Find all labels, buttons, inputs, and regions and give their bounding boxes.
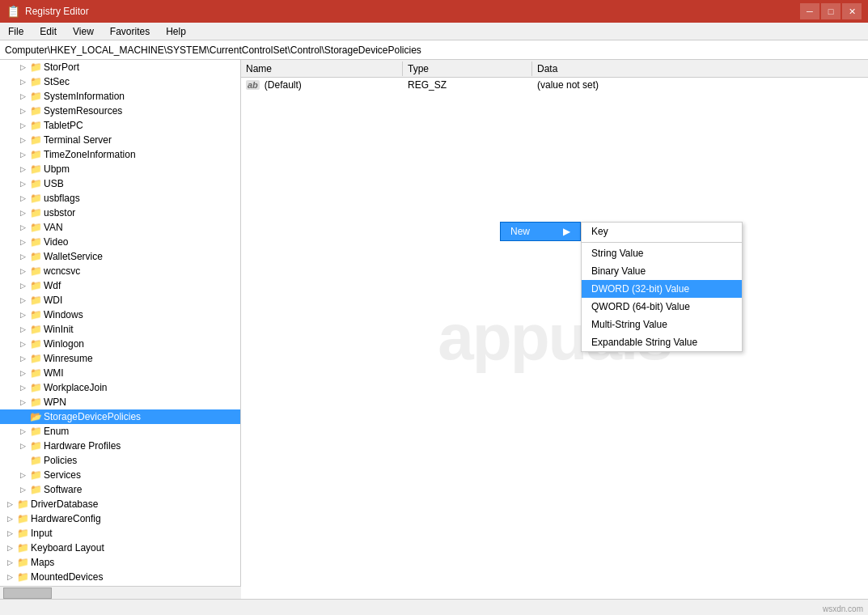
tree-item-storport[interactable]: ▷ 📁 StorPort xyxy=(0,60,240,74)
submenu-item-qword[interactable]: QWORD (64-bit) Value xyxy=(582,298,742,316)
tree-label: USB xyxy=(44,178,64,189)
submenu-item-label: QWORD (64-bit) Value xyxy=(591,301,690,312)
menu-help[interactable]: Help xyxy=(158,23,194,40)
tree-content[interactable]: ▷ 📁 StorPort ▷ 📁 StSec ▷ 📁 SystemInforma… xyxy=(0,60,240,615)
tree-item-mounteddevices[interactable]: ▷ 📁 MountedDevices xyxy=(0,570,240,584)
expand-icon xyxy=(16,454,29,467)
submenu-item-label: Expandable String Value xyxy=(591,337,697,348)
tree-item-systemresources[interactable]: ▷ 📁 SystemResources xyxy=(0,104,240,118)
expand-icon: ▷ xyxy=(16,308,29,321)
submenu-item-string-value[interactable]: String Value xyxy=(582,244,742,262)
submenu-item-key[interactable]: Key xyxy=(582,223,742,240)
folder-icon: 📁 xyxy=(29,221,42,234)
expand-icon: ▷ xyxy=(16,323,29,336)
tree-item-driverdatabase[interactable]: ▷ 📁 DriverDatabase xyxy=(0,497,240,511)
submenu-arrow: ▶ xyxy=(563,226,570,237)
expand-icon: ▷ xyxy=(16,61,29,74)
tree-item-winresume[interactable]: ▷ 📁 Winresume xyxy=(0,351,240,366)
folder-icon: 📁 xyxy=(29,163,42,176)
tree-item-wdf[interactable]: ▷ 📁 Wdf xyxy=(0,278,240,293)
table-header: Name Type Data xyxy=(241,60,868,78)
menu-file[interactable]: File xyxy=(0,23,32,40)
submenu-item-label: Binary Value xyxy=(591,265,646,277)
expand-icon: ▷ xyxy=(16,396,29,409)
expand-icon xyxy=(16,410,29,423)
window-title: Registry Editor xyxy=(25,6,89,17)
cell-type: REG_SZ xyxy=(403,78,532,92)
reg-type-icon: ab xyxy=(246,80,260,90)
tree-item-usbstor[interactable]: ▷ 📁 usbstor xyxy=(0,206,240,220)
tree-item-enum[interactable]: ▷ 📁 Enum xyxy=(0,424,240,439)
tree-item-winlogon[interactable]: ▷ 📁 Winlogon xyxy=(0,337,240,351)
folder-icon: 📁 xyxy=(16,512,29,525)
submenu-item-expandable-string[interactable]: Expandable String Value xyxy=(582,333,742,351)
tree-item-windows[interactable]: ▷ 📁 Windows xyxy=(0,308,240,322)
maximize-button[interactable]: □ xyxy=(821,3,840,19)
menu-edit[interactable]: Edit xyxy=(32,23,65,40)
tree-item-stsec[interactable]: ▷ 📁 StSec xyxy=(0,74,240,89)
tree-item-van[interactable]: ▷ 📁 VAN xyxy=(0,220,240,235)
folder-icon: 📁 xyxy=(29,396,42,409)
tree-item-timezone[interactable]: ▷ 📁 TimeZoneInformation xyxy=(0,147,240,162)
new-menu-item[interactable]: New ▶ xyxy=(500,222,581,241)
tree-label: Terminal Server xyxy=(44,134,112,146)
tree-item-keyboard-layout[interactable]: ▷ 📁 Keyboard Layout xyxy=(0,541,240,555)
tree-item-walletservice[interactable]: ▷ 📁 WalletService xyxy=(0,249,240,264)
tree-item-services[interactable]: ▷ 📁 Services xyxy=(0,468,240,482)
cell-data: (value not set) xyxy=(532,78,868,92)
tree-item-video[interactable]: ▷ 📁 Video xyxy=(0,235,240,249)
folder-icon: 📁 xyxy=(16,527,29,540)
folder-icon: 📁 xyxy=(29,454,42,467)
submenu-item-dword[interactable]: DWORD (32-bit) Value xyxy=(582,280,742,298)
submenu-item-multi-string[interactable]: Multi-String Value xyxy=(582,316,742,333)
submenu-item-binary-value[interactable]: Binary Value xyxy=(582,262,742,280)
tree-label: Maps xyxy=(31,557,54,568)
folder-icon: 📁 xyxy=(29,323,42,336)
new-submenu: Key String Value Binary Value DWORD (32-… xyxy=(581,222,743,352)
minimize-button[interactable]: ─ xyxy=(800,3,819,19)
tree-item-usb[interactable]: ▷ 📁 USB xyxy=(0,176,240,191)
expand-icon: ▷ xyxy=(16,177,29,190)
tree-label: wcncsvc xyxy=(44,265,80,277)
tree-item-tabletpc[interactable]: ▷ 📁 TabletPC xyxy=(0,118,240,133)
tree-item-input[interactable]: ▷ 📁 Input xyxy=(0,526,240,541)
tree-label: StorageDevicePolicies xyxy=(44,411,141,422)
folder-icon: 📁 xyxy=(29,75,42,88)
content-pane: Name Type Data ab (Default) REG_SZ (valu… xyxy=(241,60,868,615)
tree-item-wmi[interactable]: ▷ 📁 WMI xyxy=(0,366,240,380)
menu-view[interactable]: View xyxy=(65,23,102,40)
close-button[interactable]: ✕ xyxy=(842,3,862,19)
tree-label: MountedDevices xyxy=(31,571,103,583)
tree-item-terminal-server[interactable]: ▷ 📁 Terminal Server xyxy=(0,133,240,147)
tree-label: StSec xyxy=(44,76,70,87)
expand-icon: ▷ xyxy=(16,134,29,146)
address-path: Computer\HKEY_LOCAL_MACHINE\SYSTEM\Curre… xyxy=(5,45,421,56)
tree-label: TabletPC xyxy=(44,120,83,131)
expand-icon: ▷ xyxy=(16,483,29,496)
context-menu-overlay: New ▶ Key String Value Binary Value DWOR… xyxy=(241,60,868,615)
tree-item-policies[interactable]: 📁 Policies xyxy=(0,453,240,468)
tree-item-ubpm[interactable]: ▷ 📁 Ubpm xyxy=(0,162,240,176)
tree-item-wpn[interactable]: ▷ 📁 WPN xyxy=(0,395,240,409)
scroll-thumb[interactable] xyxy=(3,587,52,599)
tree-label: HardwareConfig xyxy=(31,513,101,524)
tree-item-software[interactable]: ▷ 📁 Software xyxy=(0,482,240,497)
tree-item-wcncsvc[interactable]: ▷ 📁 wcncsvc xyxy=(0,264,240,278)
expand-icon: ▷ xyxy=(16,250,29,263)
tree-item-wdi[interactable]: ▷ 📁 WDI xyxy=(0,293,240,308)
horizontal-scrollbar[interactable] xyxy=(0,586,241,599)
tree-item-hardwareconfig[interactable]: ▷ 📁 HardwareConfig xyxy=(0,511,240,526)
tree-pane: ▷ 📁 StorPort ▷ 📁 StSec ▷ 📁 SystemInforma… xyxy=(0,60,241,615)
folder-icon: 📁 xyxy=(29,367,42,380)
tree-item-storagedevicepolicies[interactable]: 📂 StorageDevicePolicies xyxy=(0,409,240,424)
tree-item-wininit[interactable]: ▷ 📁 WinInit xyxy=(0,322,240,337)
window-controls: ─ □ ✕ xyxy=(800,3,862,19)
menu-favorites[interactable]: Favorites xyxy=(102,23,158,40)
tree-item-maps[interactable]: ▷ 📁 Maps xyxy=(0,555,240,570)
tree-item-systeminformation[interactable]: ▷ 📁 SystemInformation xyxy=(0,89,240,104)
tree-item-hardware-profiles[interactable]: ▷ 📁 Hardware Profiles xyxy=(0,439,240,453)
folder-open-icon: 📂 xyxy=(29,410,42,423)
tree-item-usbflags[interactable]: ▷ 📁 usbflags xyxy=(0,191,240,206)
tree-item-workplacejoin[interactable]: ▷ 📁 WorkplaceJoin xyxy=(0,380,240,395)
table-row[interactable]: ab (Default) REG_SZ (value not set) xyxy=(241,78,868,92)
